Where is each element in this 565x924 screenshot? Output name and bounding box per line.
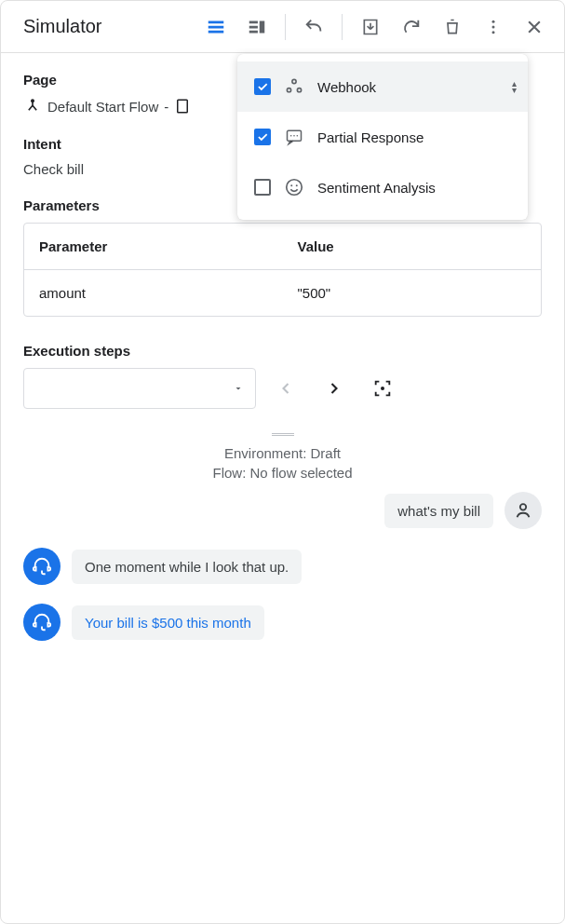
chevron-down-icon xyxy=(233,383,244,394)
view-list-icon[interactable] xyxy=(197,8,235,46)
popup-item-partial-response[interactable]: Partial Response xyxy=(237,112,528,162)
svg-point-11 xyxy=(290,135,292,137)
page-icon xyxy=(174,98,191,115)
svg-point-7 xyxy=(292,79,296,83)
user-avatar xyxy=(504,492,542,529)
svg-point-13 xyxy=(297,135,299,137)
popup-label: Sentiment Analysis xyxy=(317,180,436,196)
popup-item-sentiment[interactable]: Sentiment Analysis xyxy=(237,162,528,212)
bot-message-row: One moment while I look that up. xyxy=(23,548,542,585)
table-header-row: Parameter Value xyxy=(24,224,541,270)
svg-point-16 xyxy=(296,184,298,186)
divider xyxy=(342,14,343,40)
parameters-table: Parameter Value amount "500" xyxy=(23,223,542,317)
more-icon[interactable] xyxy=(475,8,512,46)
popup-label: Partial Response xyxy=(317,129,424,145)
svg-point-8 xyxy=(287,88,290,92)
user-message-row: what's my bill xyxy=(23,492,542,529)
svg-point-1 xyxy=(492,25,495,28)
flow-name: Default Start Flow xyxy=(47,99,158,115)
svg-point-5 xyxy=(381,387,384,390)
checkbox-partial-response[interactable] xyxy=(254,129,271,145)
close-icon[interactable] xyxy=(516,8,553,46)
table-row: amount "500" xyxy=(24,270,541,316)
environment-info: Environment: Draft Flow: No flow selecte… xyxy=(23,443,542,482)
bot-avatar xyxy=(23,604,61,641)
chat-icon xyxy=(284,127,304,147)
user-message-bubble: what's my bill xyxy=(384,494,493,528)
header-parameter: Parameter xyxy=(24,224,283,269)
svg-point-9 xyxy=(297,88,301,92)
next-step-button[interactable] xyxy=(316,370,353,407)
undo-icon[interactable] xyxy=(295,8,332,46)
param-name: amount xyxy=(24,270,283,316)
svg-point-15 xyxy=(290,184,292,186)
popup-item-webhook[interactable]: Webhook ▴▾ xyxy=(237,61,528,112)
svg-point-2 xyxy=(492,31,495,34)
flow-line: Flow: No flow selected xyxy=(23,463,542,482)
svg-rect-4 xyxy=(178,100,188,113)
checkbox-sentiment[interactable] xyxy=(254,179,271,196)
environment-line: Environment: Draft xyxy=(23,443,542,463)
focus-icon[interactable] xyxy=(364,370,401,407)
svg-point-14 xyxy=(287,180,303,196)
execution-steps-label: Execution steps xyxy=(23,343,542,359)
refresh-icon[interactable] xyxy=(393,8,430,46)
execution-step-dropdown[interactable] xyxy=(23,368,256,409)
window-title: Simulator xyxy=(23,16,194,37)
param-value: "500" xyxy=(283,270,542,316)
bot-message-row: Your bill is $500 this month xyxy=(23,604,542,641)
popup-label: Webhook xyxy=(317,79,376,95)
svg-point-3 xyxy=(31,99,34,102)
svg-point-6 xyxy=(520,504,526,510)
sort-arrows-icon[interactable]: ▴▾ xyxy=(512,81,517,93)
flow-icon xyxy=(23,97,42,116)
svg-point-0 xyxy=(492,20,495,22)
prev-step-button[interactable] xyxy=(267,370,304,407)
header-value: Value xyxy=(283,224,542,269)
drag-handle[interactable] xyxy=(272,433,294,436)
webhook-icon xyxy=(284,76,304,97)
download-icon[interactable] xyxy=(352,8,389,46)
bot-message-bubble: One moment while I look that up. xyxy=(72,550,302,584)
titlebar: Simulator xyxy=(1,1,564,53)
bot-avatar xyxy=(23,548,61,585)
trash-icon[interactable] xyxy=(434,8,471,46)
breadcrumb-separator: - xyxy=(164,99,168,115)
svg-point-12 xyxy=(293,135,295,137)
smile-icon xyxy=(284,177,304,197)
options-popup: Webhook ▴▾ Partial Response Sentiment An… xyxy=(237,54,528,220)
bot-message-bubble-link[interactable]: Your bill is $500 this month xyxy=(72,605,264,640)
checkbox-webhook[interactable] xyxy=(254,78,271,95)
divider xyxy=(285,14,286,40)
view-detail-icon[interactable] xyxy=(238,8,276,46)
